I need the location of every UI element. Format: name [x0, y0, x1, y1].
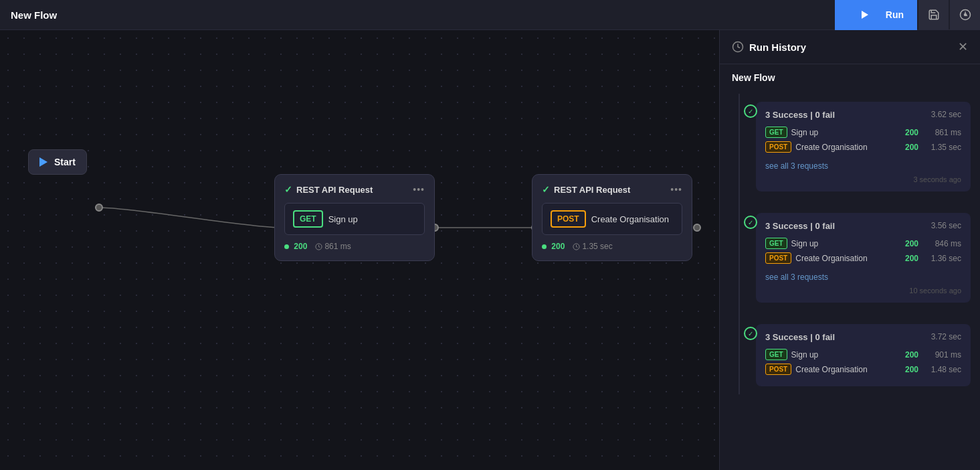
panel-header: Run History ✕ — [720, 30, 980, 64]
run-entry-1: ✓ 3 Success | 0 fail 3.62 sec GET Sign u… — [732, 94, 980, 200]
run-entry-3: ✓ 3 Success | 0 fail 3.72 sec GET Sign u… — [732, 316, 980, 394]
run2-time: 3.56 sec — [931, 221, 961, 231]
panel-close-button[interactable]: ✕ — [958, 40, 968, 54]
run2-req2-status: 200 — [905, 254, 925, 263]
run-history-panel: Run History ✕ New Flow ✓ 3 Success | 0 f… — [719, 30, 980, 470]
run-button[interactable]: Run — [835, 0, 917, 30]
run-summary-3: 3 Success | 0 fail 3.72 sec — [765, 332, 961, 342]
node1-method: GET — [293, 210, 323, 228]
node1-timing: 861 ms — [315, 242, 351, 251]
runs-timeline: ✓ 3 Success | 0 fail 3.62 sec GET Sign u… — [720, 94, 980, 394]
node2-footer: 200 1.35 sec — [542, 242, 682, 251]
svg-point-6 — [694, 224, 700, 231]
run2-req1-name: Sign up — [791, 239, 901, 248]
node2-method: POST — [551, 210, 586, 228]
start-node[interactable]: Start — [28, 149, 87, 175]
node2-timing: 1.35 sec — [573, 242, 612, 251]
run2-req1-timing: 846 ms — [929, 239, 961, 248]
node1-status-dot — [284, 244, 289, 249]
run2-req2-timing: 1.36 sec — [929, 254, 961, 263]
run3-req2-status: 200 — [905, 365, 925, 374]
play-icon — [848, 0, 882, 30]
run1-summary-text: 3 Success | 0 fail — [765, 110, 835, 120]
run-card-1[interactable]: 3 Success | 0 fail 3.62 sec GET Sign up … — [756, 102, 971, 191]
node1-menu[interactable]: ••• — [413, 184, 425, 195]
run1-req2-status: 200 — [905, 143, 925, 152]
run3-req1-name: Sign up — [791, 350, 901, 360]
start-play-icon — [39, 157, 47, 167]
node1-header: ✓ REST API Request ••• — [284, 184, 425, 195]
run-card-3[interactable]: 3 Success | 0 fail 3.72 sec GET Sign up … — [756, 324, 971, 386]
node2-menu[interactable]: ••• — [670, 184, 682, 195]
run2-req2: POST Create Organisation 200 1.36 sec — [765, 252, 961, 264]
flow-title: New Flow — [11, 9, 57, 21]
run2-ago: 10 seconds ago — [765, 287, 961, 295]
run1-req1-method: GET — [765, 127, 787, 138]
run2-see-all[interactable]: see all 3 requests — [765, 272, 828, 282]
node2-check-icon: ✓ — [542, 184, 550, 195]
node1-check-icon: ✓ — [284, 184, 292, 195]
run1-req2-method: POST — [765, 141, 791, 153]
panel-title: Run History — [749, 42, 806, 53]
node1-title: ✓ REST API Request — [284, 184, 373, 195]
run3-req1-timing: 901 ms — [929, 350, 961, 360]
run1-time: 3.62 sec — [931, 110, 961, 120]
run-card-2[interactable]: 3 Success | 0 fail 3.56 sec GET Sign up … — [756, 213, 971, 303]
run3-req1-status: 200 — [905, 350, 925, 360]
run-summary-2: 3 Success | 0 fail 3.56 sec — [765, 221, 961, 231]
node1-endpoint[interactable]: GET Sign up — [284, 203, 425, 235]
start-label: Start — [54, 157, 76, 167]
api-node-1[interactable]: ✓ REST API Request ••• GET Sign up 200 8… — [274, 174, 435, 261]
node2-title: ✓ REST API Request — [542, 184, 630, 195]
run3-req2-method: POST — [765, 364, 791, 375]
node2-status-dot — [542, 244, 547, 249]
run-entry-2: ✓ 3 Success | 0 fail 3.56 sec GET Sign u… — [732, 205, 980, 311]
node1-status-code: 200 — [294, 242, 307, 251]
run1-req1-name: Sign up — [791, 128, 901, 137]
node2-endpoint-label: Create Organisation — [591, 214, 669, 224]
run3-req1: GET Sign up 200 901 ms — [765, 349, 961, 360]
run3-req2-timing: 1.48 sec — [929, 365, 961, 374]
run3-time: 3.72 sec — [931, 332, 961, 342]
run1-req2-timing: 1.35 sec — [929, 143, 961, 152]
run3-req2-name: Create Organisation — [795, 365, 901, 374]
run2-req1-method: GET — [765, 238, 787, 249]
topbar: New Flow Run — [0, 0, 980, 30]
node2-endpoint[interactable]: POST Create Organisation — [542, 203, 682, 235]
run1-see-all[interactable]: see all 3 requests — [765, 161, 828, 171]
run1-req2-name: Create Organisation — [795, 143, 901, 152]
panel-flow-name: New Flow — [720, 64, 980, 83]
api-node-2[interactable]: ✓ REST API Request ••• POST Create Organ… — [532, 174, 692, 261]
save-button[interactable] — [918, 0, 949, 30]
panel-title-row: Run History — [732, 41, 806, 53]
run1-req1: GET Sign up 200 861 ms — [765, 127, 961, 138]
run2-summary-text: 3 Success | 0 fail — [765, 221, 835, 231]
svg-point-2 — [96, 204, 102, 211]
panel-history-icon — [732, 41, 744, 53]
run1-req1-status: 200 — [905, 128, 925, 137]
node2-header: ✓ REST API Request ••• — [542, 184, 682, 195]
svg-point-1 — [964, 14, 966, 16]
run3-req1-method: GET — [765, 349, 787, 360]
flow-canvas[interactable]: Start ✓ REST API Request ••• GET Sign up… — [0, 30, 719, 470]
run1-req2: POST Create Organisation 200 1.35 sec — [765, 141, 961, 153]
run3-summary-text: 3 Success | 0 fail — [765, 332, 835, 342]
run1-req1-timing: 861 ms — [929, 128, 961, 137]
history-button[interactable] — [950, 0, 980, 30]
node1-footer: 200 861 ms — [284, 242, 425, 251]
run3-req2: POST Create Organisation 200 1.48 sec — [765, 364, 961, 375]
node2-status-code: 200 — [551, 242, 565, 251]
run2-req2-method: POST — [765, 252, 791, 264]
run2-req1-status: 200 — [905, 239, 925, 248]
run2-req2-name: Create Organisation — [795, 254, 901, 263]
timeline-dot-2: ✓ — [744, 216, 757, 229]
timeline-dot-3: ✓ — [744, 327, 757, 340]
topbar-actions: Run — [835, 0, 980, 30]
timeline-dot-1: ✓ — [744, 104, 757, 118]
run1-ago: 3 seconds ago — [765, 175, 961, 183]
run-summary-1: 3 Success | 0 fail 3.62 sec — [765, 110, 961, 120]
run2-req1: GET Sign up 200 846 ms — [765, 238, 961, 249]
run-label: Run — [886, 9, 904, 20]
node1-endpoint-label: Sign up — [328, 214, 358, 224]
panel-content[interactable]: ✓ 3 Success | 0 fail 3.62 sec GET Sign u… — [720, 83, 980, 470]
